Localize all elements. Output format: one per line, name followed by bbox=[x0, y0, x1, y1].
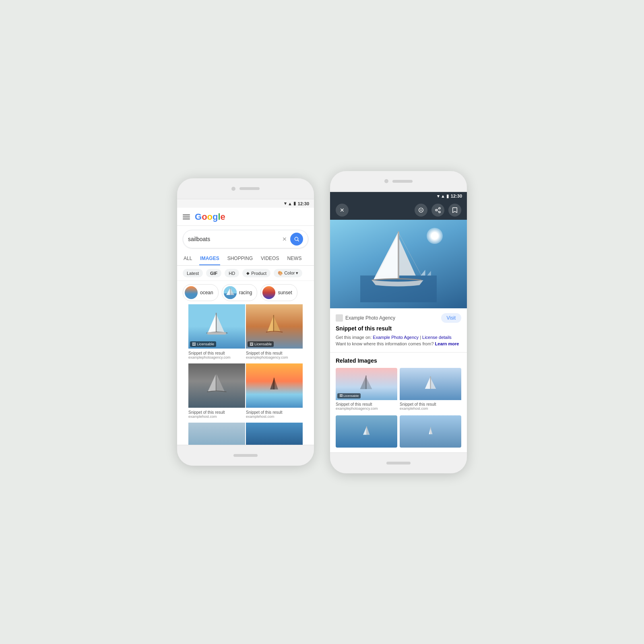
tab-videos[interactable]: VIDEOS bbox=[260, 252, 280, 265]
agency-row: Example Photo Agency Visit bbox=[336, 313, 461, 323]
agency-name: Example Photo Agency bbox=[336, 314, 395, 322]
svg-marker-34 bbox=[421, 270, 425, 275]
image-cell-2[interactable]: 🖼 Licensable Snippet of this result exam… bbox=[246, 304, 303, 363]
camera-dot bbox=[231, 187, 235, 191]
svg-rect-10 bbox=[216, 313, 217, 332]
suggestion-racing[interactable]: racing bbox=[222, 284, 258, 301]
related-licensable-1: 🖼 Licensable bbox=[337, 393, 361, 398]
related-cell-3[interactable] bbox=[336, 415, 397, 448]
detail-header: ✕ bbox=[330, 200, 467, 220]
right-screen: ▾ ▲ ▮ 12:30 ✕ bbox=[330, 192, 467, 452]
filter-product[interactable]: ◆ Product bbox=[242, 269, 270, 277]
related-grid: 🖼 Licensable Snippet of this result exam… bbox=[336, 368, 461, 448]
svg-rect-6 bbox=[230, 288, 230, 295]
suggestion-ocean[interactable]: ocean bbox=[183, 284, 219, 301]
left-screen: ▾ ▲ ▮ 12:30 G o o g l bbox=[177, 199, 314, 445]
google-logo: G o o g l e bbox=[195, 212, 225, 222]
license-link[interactable]: License details bbox=[422, 335, 452, 340]
tab-news[interactable]: NEWS bbox=[286, 252, 302, 265]
filter-gif[interactable]: GIF bbox=[206, 269, 221, 277]
svg-point-22 bbox=[421, 209, 422, 211]
svg-rect-31 bbox=[398, 231, 399, 279]
sailboat-svg-3 bbox=[206, 369, 228, 403]
clock: 12:30 bbox=[298, 201, 309, 206]
hamburger-menu[interactable] bbox=[183, 215, 190, 219]
search-tabs: ALL IMAGES SHOPPING VIDEOS NEWS bbox=[177, 252, 314, 266]
image-grid-container: 🖼 Licensable Snippet of this result exam… bbox=[177, 304, 314, 445]
search-bar[interactable]: ✕ bbox=[183, 230, 308, 248]
right-phone-top bbox=[330, 171, 467, 192]
related-cell-2[interactable]: Snippet of this result examplehost.com bbox=[400, 368, 461, 413]
sailboat-svg-1 bbox=[205, 308, 229, 345]
svg-point-25 bbox=[439, 211, 440, 213]
agency-link[interactable]: Example Photo Agency bbox=[373, 335, 419, 340]
image-caption-2: Snippet of this result bbox=[246, 351, 303, 355]
bookmark-icon bbox=[452, 207, 458, 213]
lens-button[interactable] bbox=[415, 204, 427, 217]
tab-shopping[interactable]: SHOPPING bbox=[227, 252, 254, 265]
image-cell-4[interactable]: Snippet of this result examplehost.com bbox=[246, 363, 303, 422]
status-bar-right: ▾ ▲ ▮ 12:30 bbox=[330, 192, 467, 200]
ocean-label: ocean bbox=[200, 290, 213, 295]
image-cell-3[interactable]: Snippet of this result examplehost.com bbox=[188, 363, 245, 422]
visit-button[interactable]: Visit bbox=[441, 313, 461, 323]
phone-speaker-right bbox=[392, 180, 413, 183]
detail-info: Example Photo Agency Visit Snippet of th… bbox=[330, 308, 467, 353]
related-img-2 bbox=[400, 368, 461, 400]
svg-marker-39 bbox=[425, 376, 431, 389]
partial-right[interactable] bbox=[246, 423, 303, 445]
related-info-1: Snippet of this result examplephotoagenc… bbox=[336, 400, 397, 413]
close-icon: ✕ bbox=[340, 207, 345, 213]
color-icon: 🎨 bbox=[278, 271, 283, 275]
svg-marker-30 bbox=[398, 237, 416, 275]
filter-color[interactable]: 🎨 Color ▾ bbox=[274, 269, 302, 277]
hero-image bbox=[330, 220, 467, 308]
related-img-1: 🖼 Licensable bbox=[336, 368, 397, 400]
image-source-3: examplehost.com bbox=[188, 415, 245, 419]
snippet-title: Snippet of this result bbox=[336, 325, 461, 332]
related-info-2: Snippet of this result examplehost.com bbox=[400, 400, 461, 413]
svg-marker-36 bbox=[360, 376, 366, 389]
share-button[interactable] bbox=[431, 204, 444, 217]
svg-marker-29 bbox=[374, 231, 398, 279]
svg-marker-15 bbox=[208, 373, 217, 391]
svg-marker-12 bbox=[267, 315, 274, 331]
agency-thumb bbox=[336, 314, 343, 322]
sunset-thumb bbox=[262, 286, 275, 299]
right-phone: ▾ ▲ ▮ 12:30 ✕ bbox=[330, 171, 467, 473]
learn-more-link[interactable]: Learn more bbox=[435, 341, 459, 346]
search-input[interactable] bbox=[188, 236, 279, 242]
svg-point-24 bbox=[436, 209, 437, 211]
scene: ▾ ▲ ▮ 12:30 G o o g l bbox=[161, 155, 483, 489]
partial-left[interactable] bbox=[188, 423, 245, 445]
suggestion-sunset[interactable]: sunset bbox=[260, 284, 297, 301]
bookmark-button[interactable] bbox=[448, 204, 461, 217]
related-cell-4[interactable] bbox=[400, 415, 461, 448]
status-bar: ▾ ▲ ▮ 12:30 bbox=[177, 199, 314, 208]
tab-images[interactable]: IMAGES bbox=[199, 252, 220, 265]
clear-icon[interactable]: ✕ bbox=[282, 236, 287, 242]
svg-marker-43 bbox=[367, 426, 370, 435]
image-cell-1[interactable]: 🖼 Licensable Snippet of this result exam… bbox=[188, 304, 245, 363]
svg-point-21 bbox=[419, 208, 423, 212]
signal-icon: ▲ bbox=[288, 201, 292, 206]
phone-speaker bbox=[239, 187, 260, 190]
svg-marker-45 bbox=[429, 427, 431, 434]
snippet-text: Get this image on: Example Photo Agency … bbox=[336, 334, 461, 347]
related-cell-1[interactable]: 🖼 Licensable Snippet of this result exam… bbox=[336, 368, 397, 413]
close-button[interactable]: ✕ bbox=[336, 204, 349, 217]
search-button[interactable] bbox=[290, 233, 303, 246]
filter-hd[interactable]: HD bbox=[225, 269, 239, 277]
filter-bar: Latest GIF HD ◆ Product 🎨 Color ▾ bbox=[177, 266, 314, 281]
wifi-icon: ▾ bbox=[284, 201, 287, 206]
licensable-badge-2: 🖼 Licensable bbox=[248, 341, 274, 347]
battery-icon-right: ▮ bbox=[446, 194, 449, 199]
related-img-4 bbox=[400, 415, 461, 448]
snippet-text-2: Want to know where this information come… bbox=[336, 341, 435, 346]
svg-rect-20 bbox=[274, 378, 275, 389]
filter-latest[interactable]: Latest bbox=[183, 269, 203, 277]
clock-right: 12:30 bbox=[451, 194, 462, 198]
licensable-badge-1: 🖼 Licensable bbox=[190, 341, 216, 347]
sailboat-svg-4 bbox=[266, 371, 283, 401]
tab-all[interactable]: ALL bbox=[183, 252, 193, 265]
